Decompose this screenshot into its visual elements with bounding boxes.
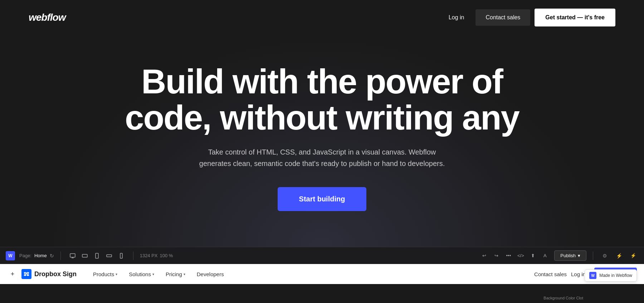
editor-dimensions: 1324 PX 100 % [140, 253, 173, 258]
brand-logo: webflow [29, 12, 65, 23]
editor-separator-3 [593, 251, 593, 260]
site-nav-products[interactable]: Products ▾ [87, 268, 123, 280]
webflow-badge-icon: W [589, 272, 596, 279]
login-button[interactable]: Log in [441, 10, 472, 25]
editor-width: 1324 PX [140, 253, 158, 258]
lightning-icon[interactable]: ⚡ [614, 251, 624, 261]
publish-chevron-icon: ▾ [578, 253, 580, 258]
products-chevron-icon: ▾ [116, 272, 117, 276]
site-contact-sales-link[interactable]: Contact sales [534, 271, 567, 277]
webflow-badge-label: Made in Webflow [599, 273, 632, 278]
background-color-label: Background Color Clot [543, 296, 583, 300]
more-options-button[interactable]: ••• [503, 251, 513, 261]
add-element-button[interactable]: + [7, 269, 18, 279]
hero-title-line1: Build with the power of [141, 62, 503, 101]
navbar-right: Log in Contact sales Get started — it's … [441, 9, 615, 26]
typography-button[interactable]: A [540, 251, 550, 261]
hero-title-line2: code, without writing any [125, 98, 519, 137]
editor-logo: W [6, 251, 15, 260]
svg-rect-1 [82, 254, 87, 257]
editor-page-info: Page: Home ↻ [19, 253, 54, 259]
svg-rect-4 [120, 253, 122, 258]
site-nav-pricing[interactable]: Pricing ▾ [160, 268, 191, 280]
editor-right-icons: ↩ ↪ ••• </> ⬆ A [479, 251, 550, 261]
mobile-landscape-view-button[interactable] [104, 250, 114, 261]
site-nav-developers[interactable]: Developers [191, 268, 230, 280]
tablet-portrait-view-button[interactable] [92, 250, 102, 261]
dropbox-logo: Dropbox Sign [21, 269, 77, 279]
redo-button[interactable]: ↪ [491, 251, 501, 261]
start-building-button[interactable]: Start building [278, 187, 367, 211]
mobile-portrait-view-button[interactable] [116, 250, 127, 261]
site-login-label: Log in [571, 271, 586, 277]
svg-rect-3 [107, 255, 112, 257]
editor-separator-2 [133, 251, 133, 260]
site-logo-area: Dropbox Sign [21, 269, 77, 279]
settings-icon[interactable]: ⚙ [600, 251, 610, 261]
made-in-webflow-badge[interactable]: W Made in Webflow [585, 269, 637, 282]
hero-subtitle: Take control of HTML, CSS, and JavaScrip… [197, 146, 447, 169]
svg-rect-0 [70, 254, 75, 257]
hero-section: webflow Log in Contact sales Get started… [0, 0, 644, 247]
tablet-landscape-view-button[interactable] [79, 250, 90, 261]
contact-sales-button[interactable]: Contact sales [475, 9, 530, 26]
dropbox-brand-text: Dropbox Sign [34, 270, 77, 278]
products-label: Products [93, 271, 114, 277]
editor-bar: W Page: Home ↻ 1324 PX 100 % ↩ ↪ ••• </> [0, 247, 644, 264]
pricing-label: Pricing [166, 271, 182, 277]
publish-button[interactable]: Publish ▾ [554, 250, 586, 261]
pricing-chevron-icon: ▾ [184, 272, 185, 276]
desktop-view-button[interactable] [67, 250, 78, 261]
publish-label: Publish [560, 253, 576, 258]
editor-separator-1 [60, 251, 61, 260]
site-nav-bar: + Dropbox Sign Products ▾ Solutions ▾ Pr… [0, 264, 644, 284]
hero-content: Build with the power of code, without wr… [53, 28, 591, 247]
svg-rect-2 [96, 253, 98, 258]
editor-page-label: Page: [19, 253, 31, 258]
editor-page-name: Home [34, 253, 47, 258]
extra-icon[interactable]: ⚡ [628, 251, 638, 261]
editor-zoom: 100 % [160, 253, 173, 258]
undo-button[interactable]: ↩ [479, 251, 489, 261]
solutions-label: Solutions [129, 271, 151, 277]
site-nav-links: Products ▾ Solutions ▾ Pricing ▾ Develop… [87, 268, 534, 280]
get-started-button[interactable]: Get started — it's free [535, 9, 615, 26]
dropbox-icon [21, 269, 31, 279]
editor-device-icons [67, 250, 127, 261]
solutions-chevron-icon: ▾ [152, 272, 154, 276]
export-button[interactable]: ⬆ [528, 251, 538, 261]
hero-title: Build with the power of code, without wr… [125, 64, 519, 136]
site-nav-solutions[interactable]: Solutions ▾ [123, 268, 160, 280]
code-view-button[interactable]: </> [516, 251, 526, 261]
developers-label: Developers [197, 271, 224, 277]
refresh-icon[interactable]: ↻ [50, 253, 54, 259]
